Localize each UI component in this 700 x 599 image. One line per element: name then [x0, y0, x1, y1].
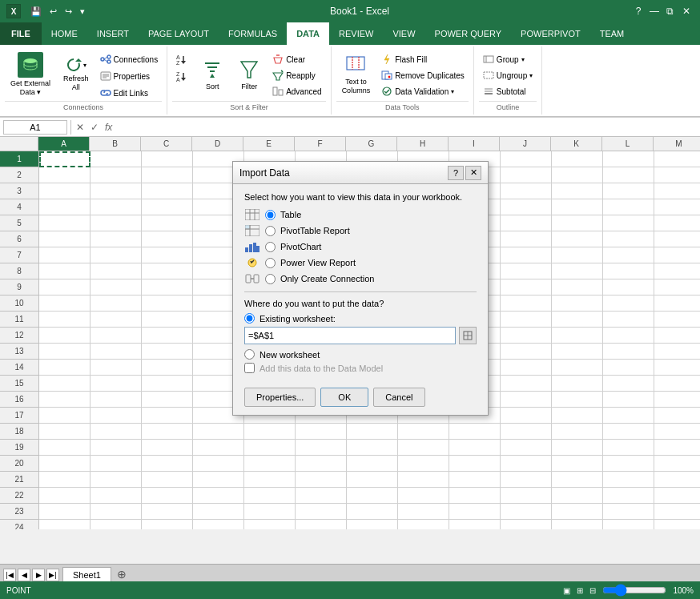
- next-sheet-button[interactable]: ▶: [32, 569, 45, 581]
- row-header-18[interactable]: 18: [0, 424, 38, 440]
- remove-duplicates-button[interactable]: Remove Duplicates: [377, 67, 469, 83]
- view-normal-icon[interactable]: ▣: [563, 586, 570, 595]
- cell-J1[interactable]: [501, 151, 552, 167]
- redo-qat-button[interactable]: ↪: [62, 5, 75, 18]
- filter-button[interactable]: Filter: [231, 48, 267, 101]
- cell-B2[interactable]: [91, 167, 142, 183]
- last-sheet-button[interactable]: ▶|: [46, 569, 59, 581]
- add-sheet-button[interactable]: ⊕: [115, 567, 129, 581]
- pivot-chart-radio[interactable]: [265, 242, 276, 252]
- cell-E21[interactable]: [244, 472, 296, 488]
- cell-A22[interactable]: [39, 488, 91, 504]
- cell-C9[interactable]: [142, 279, 193, 295]
- tab-power-query[interactable]: POWER QUERY: [425, 22, 512, 45]
- cell-M21[interactable]: [654, 472, 700, 488]
- cell-B9[interactable]: [91, 279, 142, 295]
- cell-C16[interactable]: [142, 392, 193, 408]
- cell-C14[interactable]: [142, 360, 193, 376]
- cell-M12[interactable]: [654, 328, 700, 344]
- properties-dialog-button[interactable]: Properties...: [244, 388, 316, 407]
- cell-H18[interactable]: [398, 424, 449, 440]
- cell-A2[interactable]: [39, 167, 91, 183]
- cell-L3[interactable]: [603, 183, 654, 199]
- cell-G19[interactable]: [347, 440, 398, 456]
- cell-B20[interactable]: [91, 456, 142, 472]
- cell-H23[interactable]: [398, 504, 449, 520]
- cell-L18[interactable]: [603, 424, 654, 440]
- cell-B21[interactable]: [91, 472, 142, 488]
- cancel-formula-icon[interactable]: ✕: [74, 122, 86, 133]
- cell-L23[interactable]: [603, 504, 654, 520]
- cell-K2[interactable]: [552, 167, 603, 183]
- col-header-J[interactable]: J: [500, 137, 551, 151]
- cell-I23[interactable]: [449, 504, 501, 520]
- row-header-23[interactable]: 23: [0, 504, 38, 520]
- cell-K6[interactable]: [552, 231, 603, 247]
- cell-K9[interactable]: [552, 279, 603, 295]
- new-worksheet-radio[interactable]: [244, 349, 255, 360]
- cell-B17[interactable]: [91, 408, 142, 424]
- cell-D22[interactable]: [193, 488, 244, 504]
- cell-J18[interactable]: [501, 424, 552, 440]
- cell-G24[interactable]: [347, 520, 398, 529]
- col-header-G[interactable]: G: [346, 137, 397, 151]
- cell-K23[interactable]: [552, 504, 603, 520]
- cell-C3[interactable]: [142, 183, 193, 199]
- cell-B13[interactable]: [91, 344, 142, 360]
- cell-B19[interactable]: [91, 440, 142, 456]
- cell-A7[interactable]: [39, 247, 91, 263]
- cell-picker-button[interactable]: [459, 327, 477, 344]
- cell-E18[interactable]: [244, 424, 296, 440]
- table-radio[interactable]: [265, 210, 276, 220]
- cell-M2[interactable]: [654, 167, 700, 183]
- cell-K18[interactable]: [552, 424, 603, 440]
- cell-M6[interactable]: [654, 231, 700, 247]
- cell-C20[interactable]: [142, 456, 193, 472]
- cell-J8[interactable]: [501, 263, 552, 279]
- cell-K3[interactable]: [552, 183, 603, 199]
- cell-K8[interactable]: [552, 263, 603, 279]
- row-header-24[interactable]: 24: [0, 520, 38, 529]
- cell-J17[interactable]: [501, 408, 552, 424]
- only-connection-radio[interactable]: [265, 274, 276, 284]
- dialog-close-button[interactable]: ✕: [465, 166, 481, 180]
- cell-I18[interactable]: [449, 424, 501, 440]
- cell-E22[interactable]: [244, 488, 296, 504]
- cell-L24[interactable]: [603, 520, 654, 529]
- cell-K15[interactable]: [552, 376, 603, 392]
- help-button[interactable]: ?: [631, 4, 646, 18]
- cell-L17[interactable]: [603, 408, 654, 424]
- clear-button[interactable]: Clear: [268, 51, 325, 67]
- cell-L1[interactable]: [603, 151, 654, 167]
- col-header-D[interactable]: D: [192, 137, 243, 151]
- cell-A9[interactable]: [39, 279, 91, 295]
- cell-L20[interactable]: [603, 456, 654, 472]
- tab-page-layout[interactable]: PAGE LAYOUT: [139, 22, 219, 45]
- cell-F24[interactable]: [296, 520, 347, 529]
- cell-D21[interactable]: [193, 472, 244, 488]
- advanced-button[interactable]: Advanced: [268, 83, 325, 99]
- cell-A13[interactable]: [39, 344, 91, 360]
- row-header-16[interactable]: 16: [0, 392, 38, 408]
- cell-J10[interactable]: [501, 295, 552, 312]
- cell-K13[interactable]: [552, 344, 603, 360]
- col-header-M[interactable]: M: [654, 137, 700, 151]
- cell-G20[interactable]: [347, 456, 398, 472]
- cell-B6[interactable]: [91, 231, 142, 247]
- cell-M18[interactable]: [654, 424, 700, 440]
- cell-C22[interactable]: [142, 488, 193, 504]
- cell-B4[interactable]: [91, 199, 142, 215]
- subtotal-button[interactable]: Subtotal: [479, 83, 537, 99]
- cell-L9[interactable]: [603, 279, 654, 295]
- cell-C11[interactable]: [142, 312, 193, 328]
- get-external-data-button[interactable]: Get ExternalData ▾: [5, 48, 56, 101]
- cell-F20[interactable]: [296, 456, 347, 472]
- cell-D19[interactable]: [193, 440, 244, 456]
- zoom-slider[interactable]: [602, 587, 666, 593]
- cell-K1[interactable]: [552, 151, 603, 167]
- cell-L21[interactable]: [603, 472, 654, 488]
- cell-B24[interactable]: [91, 520, 142, 529]
- row-header-11[interactable]: 11: [0, 312, 38, 328]
- cell-B3[interactable]: [91, 183, 142, 199]
- cell-I20[interactable]: [449, 456, 501, 472]
